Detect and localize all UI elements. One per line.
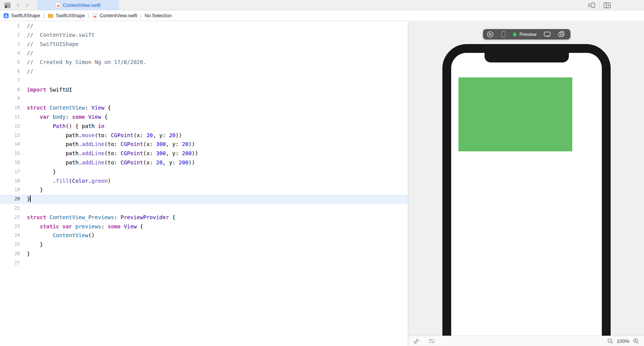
tab-title: ContentView.swift — [63, 3, 100, 8]
line-number: 7 — [0, 76, 20, 85]
line-number: 25 — [0, 240, 20, 249]
code-line: 27 — [0, 259, 408, 268]
toolbar-divider — [554, 31, 555, 37]
breadcrumb-separator: ⟩ — [85, 13, 92, 19]
line-number: 19 — [0, 185, 20, 195]
app-icon — [3, 13, 9, 18]
iphone-notch — [485, 53, 569, 62]
xcode-window: ContentView.swift — [0, 0, 644, 346]
line-number: 16 — [0, 158, 20, 167]
code-line: 12 Path() { path in — [0, 122, 408, 131]
breadcrumb-file[interactable]: ContentView.swift — [92, 13, 137, 19]
code-line: 8import SwiftUI — [0, 85, 408, 95]
zoom-level: 100% — [617, 338, 629, 344]
breadcrumb-group[interactable]: SwiftUIShape — [48, 13, 85, 18]
line-number: 8 — [0, 85, 20, 95]
editor-options-icon[interactable] — [588, 2, 595, 8]
code-line: 10struct ContentView: View { — [0, 103, 408, 113]
code-line: 7 — [0, 76, 408, 85]
line-number: 6 — [0, 67, 20, 76]
toolbar-divider — [509, 31, 509, 37]
code-line: 16 path.addLine(to: CGPoint(x: 20, y: 20… — [0, 158, 408, 167]
live-preview-play-button[interactable] — [487, 31, 494, 38]
code-line: 2// ContentView.swift — [0, 31, 408, 40]
preview-bottom-bar: 100% — [408, 336, 644, 346]
code-line: 9 — [0, 94, 408, 103]
code-line: 23 static var previews: some View { — [0, 222, 408, 231]
breadcrumb-label: SwiftUIShape — [56, 13, 85, 18]
code-line: 20} — [0, 195, 408, 204]
breadcrumb-project[interactable]: SwiftUIShape — [3, 13, 40, 18]
zoom-out-button[interactable] — [607, 338, 613, 344]
iphone-mockup — [442, 44, 611, 336]
code-line: 18 .fill(Color.green) — [0, 177, 408, 186]
forward-chevron-icon[interactable] — [25, 3, 29, 8]
canvas-settings-icon[interactable] — [428, 338, 435, 344]
line-number: 17 — [0, 167, 20, 177]
swift-file-icon — [92, 13, 97, 19]
preview-canvas: Preview — [408, 21, 644, 336]
code-line: 1// — [0, 21, 408, 31]
device-settings-button[interactable] — [544, 31, 551, 38]
code-editor[interactable]: 1//2// ContentView.swift3// SwiftUIShape… — [0, 21, 408, 346]
code-line: 5// Created by Simon Ng on 17/8/2020. — [0, 58, 408, 67]
line-number: 2 — [0, 31, 20, 40]
line-number: 15 — [0, 149, 20, 158]
tab-bar: ContentView.swift — [0, 0, 644, 10]
preview-pane: Preview — [408, 21, 644, 346]
line-number: 20 — [0, 195, 20, 204]
code-line: 17 } — [0, 167, 408, 177]
breadcrumb-label: SwiftUIShape — [11, 13, 40, 18]
line-number: 26 — [0, 249, 20, 259]
line-number: 5 — [0, 58, 20, 67]
code-line: 6// — [0, 67, 408, 76]
code-line: 13 path.move(to: CGPoint(x: 20, y: 20)) — [0, 131, 408, 140]
preview-toolbar: Preview — [483, 29, 570, 39]
code-line: 19 } — [0, 185, 408, 195]
code-line: 26} — [0, 249, 408, 259]
add-editor-icon[interactable] — [603, 2, 611, 8]
back-chevron-icon[interactable] — [16, 3, 20, 8]
line-number: 10 — [0, 103, 20, 113]
line-number: 13 — [0, 131, 20, 140]
code-line: 24 ContentView() — [0, 231, 408, 240]
line-number: 27 — [0, 259, 20, 268]
pin-preview-icon[interactable] — [413, 338, 420, 344]
preview-green-rectangle — [458, 77, 572, 151]
preview-status-dot — [513, 33, 517, 36]
text-cursor — [30, 195, 31, 202]
breadcrumb-separator: ⟩ — [137, 13, 145, 19]
iphone-screen — [451, 53, 602, 336]
preview-on-device-button[interactable] — [501, 31, 506, 38]
swift-file-icon — [56, 2, 61, 8]
duplicate-preview-button[interactable] — [558, 31, 565, 38]
code-line: 14 path.addLine(to: CGPoint(x: 300, y: 2… — [0, 140, 408, 149]
breadcrumb-label: No Selection — [145, 13, 172, 18]
code-line: 3// SwiftUIShape — [0, 40, 408, 49]
line-number: 12 — [0, 122, 20, 131]
folder-icon — [48, 13, 54, 18]
breadcrumb-separator: ⟩ — [40, 13, 48, 19]
breadcrumb-label: ContentView.swift — [100, 13, 137, 18]
line-number: 22 — [0, 213, 20, 222]
breadcrumb: SwiftUIShape ⟩ SwiftUIShape ⟩ ContentVie… — [0, 11, 644, 21]
breadcrumb-selection[interactable]: No Selection — [145, 13, 172, 18]
line-number: 23 — [0, 222, 20, 231]
line-number: 14 — [0, 140, 20, 149]
tab-overview-icon[interactable] — [5, 3, 11, 8]
toolbar-divider — [497, 31, 498, 37]
preview-status: Preview — [513, 32, 536, 37]
code-line: 21 — [0, 204, 408, 213]
line-number: 3 — [0, 40, 20, 49]
code-line: 22struct ContentView_Previews: PreviewPr… — [0, 213, 408, 222]
line-number: 11 — [0, 113, 20, 122]
line-number: 18 — [0, 177, 20, 186]
code-line: 25 } — [0, 240, 408, 249]
line-number: 21 — [0, 204, 20, 213]
code-line: 4// — [0, 49, 408, 58]
zoom-in-button[interactable] — [633, 338, 639, 344]
code-lines: 1//2// ContentView.swift3// SwiftUIShape… — [0, 21, 408, 268]
tab-contentview-swift[interactable]: ContentView.swift — [37, 0, 119, 10]
line-number: 1 — [0, 21, 20, 31]
toolbar-divider — [599, 3, 600, 8]
